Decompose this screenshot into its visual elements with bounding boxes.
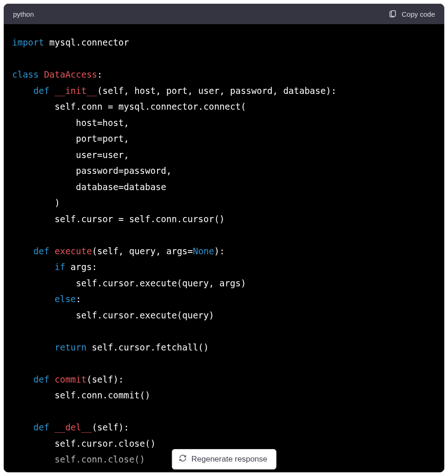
code-line: user=user,	[12, 147, 436, 163]
code-token	[49, 374, 54, 384]
code-token: __init__	[55, 86, 98, 96]
code-line	[12, 323, 436, 339]
code-token: password=password,	[12, 165, 171, 176]
code-token: args:	[65, 262, 97, 272]
copy-code-label: Copy code	[402, 10, 435, 18]
code-line	[12, 227, 436, 243]
code-line: self.cursor.execute(query, args)	[12, 275, 436, 291]
code-token: self.cursor.execute(query)	[12, 310, 214, 320]
code-token	[12, 374, 33, 384]
code-line: def __init__(self, host, port, user, pas…	[12, 83, 436, 99]
code-line: password=password,	[12, 163, 436, 179]
code-token: (self, query, args=	[92, 246, 193, 256]
regenerate-wrap: Regenerate response	[172, 449, 277, 469]
code-token: execute	[55, 246, 92, 256]
code-line	[12, 355, 436, 371]
code-token	[49, 422, 54, 432]
code-token	[49, 86, 54, 96]
code-token: self.conn.commit()	[12, 390, 150, 400]
code-token: self.conn.close()	[12, 454, 145, 464]
regenerate-label: Regenerate response	[191, 455, 268, 464]
code-line: def commit(self):	[12, 371, 436, 388]
code-token: def	[33, 422, 49, 432]
code-line: )	[12, 195, 436, 211]
code-token: commit	[55, 374, 87, 384]
code-token: self.cursor.fetchall()	[86, 342, 209, 352]
code-token: ):	[214, 246, 225, 256]
code-token: self.cursor.close()	[12, 438, 156, 449]
code-line: return self.cursor.fetchall()	[12, 339, 436, 356]
code-line: self.cursor = self.conn.cursor()	[12, 211, 436, 227]
code-line: port=port,	[12, 131, 436, 147]
code-token: :	[76, 294, 81, 304]
code-token: def	[33, 374, 49, 384]
code-line: self.cursor.execute(query)	[12, 307, 436, 324]
code-token: None	[193, 246, 214, 256]
code-token	[12, 246, 33, 256]
code-token	[12, 342, 55, 352]
code-line: self.conn = mysql.connector.connect(	[12, 99, 436, 115]
code-line	[12, 403, 436, 420]
code-token: mysql.connector	[44, 37, 129, 47]
code-token: import	[12, 37, 44, 47]
code-line	[12, 51, 436, 67]
code-token	[12, 294, 55, 304]
code-token: self.conn = mysql.connector.connect(	[12, 101, 246, 112]
refresh-icon	[179, 454, 187, 464]
code-content[interactable]: import mysql.connector class DataAccess:…	[4, 24, 444, 472]
code-line: def __del__(self):	[12, 419, 436, 436]
language-label: python	[13, 10, 34, 18]
code-token: class	[12, 69, 39, 79]
code-token: database=database	[12, 182, 166, 192]
code-token: def	[33, 86, 49, 96]
code-line: host=host,	[12, 115, 436, 131]
code-token: else	[55, 294, 76, 304]
code-token: port=port,	[12, 133, 129, 144]
code-token: (self):	[92, 422, 129, 432]
code-line: if args:	[12, 259, 436, 275]
code-token: return	[55, 342, 87, 352]
copy-code-button[interactable]: Copy code	[389, 9, 435, 19]
code-token: if	[55, 262, 66, 272]
code-header: python Copy code	[4, 4, 444, 24]
clipboard-icon	[389, 9, 397, 19]
code-token	[39, 69, 44, 79]
code-block: python Copy code import mysql.connector …	[4, 4, 444, 472]
code-line: def execute(self, query, args=None):	[12, 243, 436, 259]
regenerate-response-button[interactable]: Regenerate response	[172, 449, 277, 469]
code-token: :	[97, 69, 102, 79]
svg-rect-0	[391, 11, 395, 16]
code-token	[12, 422, 33, 432]
code-token: (self):	[86, 374, 124, 384]
code-token: DataAccess	[44, 69, 97, 79]
code-token	[12, 86, 33, 96]
code-token: host=host,	[12, 118, 129, 128]
code-line: self.conn.commit()	[12, 387, 436, 403]
code-token: (self, host, port, user, password, datab…	[97, 86, 336, 96]
code-token	[12, 262, 55, 272]
code-line: else:	[12, 291, 436, 307]
code-line: database=database	[12, 179, 436, 195]
code-token: __del__	[55, 422, 92, 432]
code-token: )	[12, 198, 60, 208]
code-token	[49, 246, 54, 256]
code-token: self.cursor = self.conn.cursor()	[12, 214, 225, 224]
code-line: class DataAccess:	[12, 66, 436, 83]
code-token: user=user,	[12, 150, 129, 160]
code-token: def	[33, 246, 49, 256]
code-line: import mysql.connector	[12, 34, 436, 51]
code-token: self.cursor.execute(query, args)	[12, 278, 246, 288]
